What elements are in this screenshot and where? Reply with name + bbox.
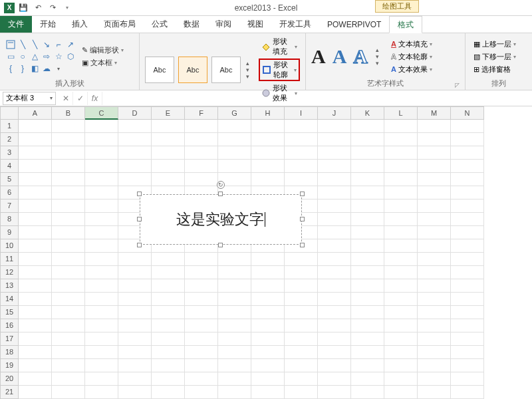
cell-D13[interactable] [118, 279, 152, 293]
cell-H5[interactable] [251, 173, 285, 186]
column-header-E[interactable]: E [152, 106, 185, 120]
cell-B12[interactable] [52, 266, 85, 279]
style-thumb-3[interactable]: Abc [211, 57, 241, 83]
cell-K19[interactable] [351, 359, 384, 372]
shape-arrow-icon[interactable]: ⇨ [41, 51, 52, 62]
cell-D12[interactable] [118, 266, 152, 279]
cell-J7[interactable] [318, 200, 351, 213]
cell-N8[interactable] [451, 213, 484, 226]
tab-developer[interactable]: 开发工具 [271, 16, 319, 33]
cell-A16[interactable] [19, 319, 52, 332]
cell-F14[interactable] [185, 293, 218, 306]
cell-M13[interactable] [418, 279, 451, 293]
cell-E2[interactable] [152, 133, 185, 146]
cell-E13[interactable] [152, 279, 185, 293]
cell-J10[interactable] [318, 239, 351, 253]
cell-J6[interactable] [318, 186, 351, 200]
cell-I1[interactable] [285, 120, 318, 133]
cell-M17[interactable] [418, 332, 451, 346]
tab-file[interactable]: 文件 [0, 16, 32, 33]
shape-arrowline-icon[interactable]: ↗ [65, 39, 76, 50]
wordart-a1[interactable]: A [311, 45, 326, 68]
resize-handle-ne[interactable] [300, 192, 305, 196]
cell-J15[interactable] [318, 306, 351, 319]
cell-N6[interactable] [451, 186, 484, 200]
cell-E3[interactable] [152, 146, 185, 160]
cell-G1[interactable] [218, 120, 251, 133]
cell-F13[interactable] [185, 279, 218, 293]
cell-M6[interactable] [418, 186, 451, 200]
cell-J16[interactable] [318, 319, 351, 332]
resize-handle-se[interactable] [300, 243, 305, 247]
shape-triangle-icon[interactable]: △ [29, 51, 40, 62]
cell-G14[interactable] [218, 293, 251, 306]
column-header-J[interactable]: J [318, 106, 351, 120]
cell-A18[interactable] [19, 346, 52, 359]
row-header-12[interactable]: 12 [0, 266, 19, 279]
cell-H16[interactable] [251, 319, 285, 332]
cell-C6[interactable] [85, 186, 118, 200]
cell-I16[interactable] [285, 319, 318, 332]
cell-E14[interactable] [152, 293, 185, 306]
cell-C8[interactable] [85, 213, 118, 226]
cell-A2[interactable] [19, 133, 52, 146]
cell-J2[interactable] [318, 133, 351, 146]
row-header-18[interactable]: 18 [0, 346, 19, 359]
cell-A9[interactable] [19, 226, 52, 239]
cell-I3[interactable] [285, 146, 318, 160]
cell-C12[interactable] [85, 266, 118, 279]
selection-pane-button[interactable]: ⊞ 选择窗格 [471, 64, 519, 75]
cell-A15[interactable] [19, 306, 52, 319]
row-header-10[interactable]: 10 [0, 239, 19, 253]
cell-B11[interactable] [52, 253, 85, 266]
column-header-C[interactable]: C [85, 106, 118, 120]
cell-J12[interactable] [318, 266, 351, 279]
textbox-button[interactable]: ▣ 文本框 ▾ [80, 57, 126, 68]
cell-L14[interactable] [384, 293, 418, 306]
cell-M5[interactable] [418, 173, 451, 186]
column-header-I[interactable]: I [285, 106, 318, 120]
cell-L12[interactable] [384, 266, 418, 279]
save-icon[interactable]: 💾 [17, 2, 29, 14]
cell-B18[interactable] [52, 346, 85, 359]
cell-F21[interactable] [185, 386, 218, 399]
shapes-gallery[interactable]: ╲ ╲ ↘ ⌐ ↗ ▭ ○ △ ⇨ ☆ ⬡ { } ◧ ☁ ▾ [5, 39, 76, 74]
cell-J19[interactable] [318, 359, 351, 372]
cell-A10[interactable] [19, 239, 52, 253]
cell-L3[interactable] [384, 146, 418, 160]
shape-textbox-icon[interactable] [5, 39, 16, 50]
cell-C3[interactable] [85, 146, 118, 160]
cell-L18[interactable] [384, 346, 418, 359]
cell-M11[interactable] [418, 253, 451, 266]
cell-K4[interactable] [351, 160, 384, 173]
cell-M8[interactable] [418, 213, 451, 226]
cell-M19[interactable] [418, 359, 451, 372]
row-header-20[interactable]: 20 [0, 372, 19, 386]
cell-G11[interactable] [218, 253, 251, 266]
cell-C16[interactable] [85, 319, 118, 332]
shape-fill-button[interactable]: 形状填充 ▾ [259, 36, 300, 57]
resize-handle-nw[interactable] [137, 192, 142, 196]
style-thumb-1[interactable]: Abc [145, 57, 174, 83]
cell-A12[interactable] [19, 266, 52, 279]
cell-B10[interactable] [52, 239, 85, 253]
cell-F19[interactable] [185, 359, 218, 372]
cell-A4[interactable] [19, 160, 52, 173]
cell-H11[interactable] [251, 253, 285, 266]
cell-F17[interactable] [185, 332, 218, 346]
cell-I4[interactable] [285, 160, 318, 173]
cell-G21[interactable] [218, 386, 251, 399]
cell-K2[interactable] [351, 133, 384, 146]
cell-I2[interactable] [285, 133, 318, 146]
cell-F12[interactable] [185, 266, 218, 279]
column-header-A[interactable]: A [19, 106, 52, 120]
shape-line2-icon[interactable]: ╲ [29, 39, 40, 50]
cell-I15[interactable] [285, 306, 318, 319]
shape-style-gallery[interactable]: Abc Abc Abc ▴▾▾ [145, 57, 249, 83]
undo-icon[interactable]: ↶ [32, 2, 44, 14]
cell-H1[interactable] [251, 120, 285, 133]
cell-J20[interactable] [318, 372, 351, 386]
shape-callout-icon[interactable]: ◧ [29, 63, 40, 74]
cell-D17[interactable] [118, 332, 152, 346]
cell-J14[interactable] [318, 293, 351, 306]
